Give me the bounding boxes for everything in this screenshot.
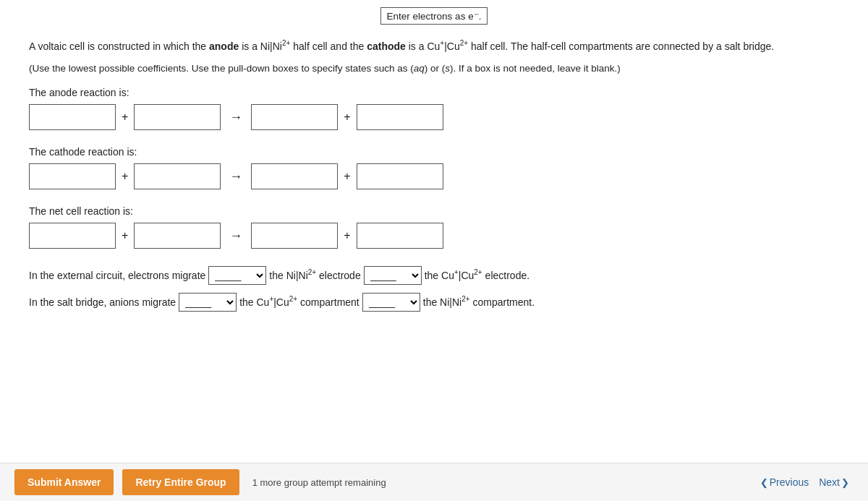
saltbridge-cu-label: the Cu+|Cu2+ compartment — [239, 291, 359, 314]
nav-buttons: Previous Next — [756, 474, 854, 491]
net-input-1[interactable] — [29, 223, 116, 249]
external-ni-label: the Ni|Ni2+ electrode — [269, 265, 360, 287]
cathode-input-4[interactable] — [357, 163, 443, 189]
enter-electrons-note: Enter electrons as e⁻. — [380, 7, 488, 25]
salt-bridge-row: In the salt bridge, anions migrate _____… — [29, 291, 839, 314]
anode-reaction-label: The anode reaction is: — [29, 87, 839, 98]
next-label: Next — [819, 476, 840, 488]
submit-button[interactable]: Submit Answer — [14, 469, 114, 495]
cathode-plus-1: + — [120, 170, 129, 183]
cathode-input-2[interactable] — [134, 163, 221, 189]
cathode-reaction-section: The cathode reaction is: + → + — [29, 146, 839, 189]
saltbridge-select-1[interactable]: _____ to from through — [179, 293, 237, 312]
anode-input-4[interactable] — [357, 104, 443, 130]
net-input-2[interactable] — [134, 223, 221, 249]
anode-reaction-row: + → + — [29, 104, 839, 130]
net-reaction-row: + → + — [29, 223, 839, 249]
cathode-plus-2: + — [342, 170, 352, 183]
net-input-4[interactable] — [357, 223, 443, 249]
external-circuit-prefix: In the external circuit, electrons migra… — [29, 265, 205, 287]
anode-input-1[interactable] — [29, 104, 116, 130]
net-input-3[interactable] — [251, 223, 338, 249]
next-button[interactable]: Next — [814, 474, 854, 491]
cathode-reaction-row: + → + — [29, 163, 839, 189]
retry-button[interactable]: Retry Entire Group — [122, 469, 239, 495]
anode-plus-2: + — [342, 111, 352, 124]
chevron-right-icon — [841, 476, 849, 488]
cathode-arrow: → — [225, 169, 247, 184]
net-arrow: → — [225, 228, 247, 244]
migrate-section: In the external circuit, electrons migra… — [29, 265, 839, 314]
cathode-reaction-label: The cathode reaction is: — [29, 146, 839, 158]
anode-reaction-section: The anode reaction is: + → + — [29, 87, 839, 130]
prev-label: Previous — [770, 476, 809, 488]
net-reaction-label: The net cell reaction is: — [29, 205, 839, 217]
anode-plus-1: + — [120, 111, 129, 124]
footer-bar: Submit Answer Retry Entire Group 1 more … — [0, 463, 868, 501]
net-reaction-section: The net cell reaction is: + → + — [29, 205, 839, 249]
external-circuit-row: In the external circuit, electrons migra… — [29, 265, 839, 287]
salt-bridge-prefix: In the salt bridge, anions migrate — [29, 291, 176, 314]
cathode-input-1[interactable] — [29, 163, 116, 189]
net-plus-1: + — [120, 229, 129, 242]
saltbridge-select-2[interactable]: _____ to from through — [362, 293, 420, 312]
instruction-text: (Use the lowest possible coefficients. U… — [29, 63, 839, 74]
external-cu-label: the Cu+|Cu2+ electrode. — [425, 265, 529, 287]
previous-button[interactable]: Previous — [756, 474, 813, 491]
attempts-text: 1 more group attempt remaining — [252, 477, 386, 488]
net-plus-2: + — [342, 229, 352, 242]
problem-description: A voltaic cell is constructed in which t… — [29, 38, 839, 54]
saltbridge-ni-label: the Ni|Ni2+ compartment. — [423, 291, 535, 314]
external-select-2[interactable]: _____ to from through — [364, 266, 422, 285]
anode-input-2[interactable] — [134, 104, 221, 130]
anode-input-3[interactable] — [251, 104, 338, 130]
anode-arrow: → — [225, 110, 247, 125]
cathode-input-3[interactable] — [251, 163, 338, 189]
external-select-1[interactable]: _____ to from through — [208, 266, 266, 285]
chevron-left-icon — [760, 476, 768, 488]
